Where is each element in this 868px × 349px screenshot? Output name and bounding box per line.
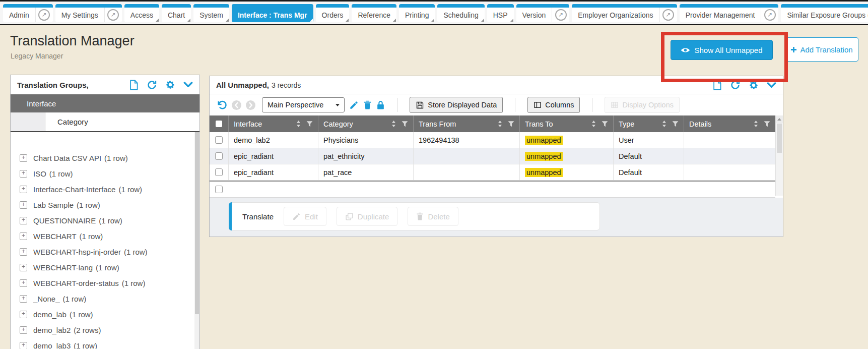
tab-scheduling[interactable]: Scheduling (437, 4, 484, 22)
prev-page-button[interactable] (232, 100, 241, 110)
column-header-type[interactable]: Type (613, 115, 684, 132)
table-scrollbar[interactable] (775, 115, 783, 196)
row-checkbox[interactable] (215, 186, 223, 193)
external-link-icon[interactable]: ↗ (104, 8, 122, 22)
refresh-icon[interactable] (730, 80, 741, 90)
group-item-iso[interactable]: ISO(1 row) (11, 166, 199, 182)
group-item-interface-chart-interface[interactable]: Interface-Chart-Interface(1 row) (11, 182, 199, 197)
tab-chart[interactable]: Chart (162, 4, 191, 22)
external-link-icon[interactable]: ↗ (552, 8, 569, 22)
group-item-webchart-hsp-inj-order[interactable]: WEBCHART-hsp-inj-order(1 row) (11, 244, 199, 260)
sort-icon[interactable] (661, 120, 667, 128)
expand-plus-icon[interactable] (20, 342, 27, 349)
translate-tab[interactable]: Translate (242, 212, 274, 221)
refresh-icon[interactable] (147, 80, 157, 90)
chevron-down-icon[interactable] (767, 82, 776, 89)
scrollbar-thumb[interactable] (195, 132, 199, 314)
interface-group-header[interactable]: Interface (11, 94, 199, 112)
tab-printing[interactable]: Printing (399, 4, 435, 22)
filter-funnel-icon[interactable] (401, 120, 409, 128)
filter-funnel-icon[interactable] (763, 120, 771, 128)
tab-version[interactable]: Version↗ (516, 4, 570, 22)
column-header-trans-from[interactable]: Trans From (413, 115, 519, 132)
expand-plus-icon[interactable] (20, 232, 27, 240)
scroll-up-button[interactable] (776, 115, 783, 123)
delete-trash-icon[interactable] (363, 100, 372, 110)
group-item-chart-data-csv-api[interactable]: Chart Data CSV API(1 row) (11, 150, 199, 166)
select-all-checkbox[interactable] (216, 121, 222, 127)
filter-funnel-icon[interactable] (306, 120, 313, 128)
tab-reference[interactable]: Reference (352, 4, 396, 22)
gear-icon[interactable] (165, 80, 175, 90)
table-row[interactable]: epic_radiantpat_ethnicityunmappedDefault (210, 148, 775, 164)
column-header-category[interactable]: Category (318, 115, 413, 132)
expand-plus-icon[interactable] (20, 201, 27, 209)
columns-button[interactable]: Columns (527, 97, 580, 113)
filter-funnel-icon[interactable] (507, 120, 515, 128)
left-panel-scrollbar[interactable] (194, 132, 199, 349)
expand-plus-icon[interactable] (20, 264, 27, 271)
table-row[interactable]: demo_lab2Physicians1962494138unmappedUse… (210, 132, 775, 148)
column-header-details[interactable]: Details (684, 115, 775, 132)
filter-funnel-icon[interactable] (672, 120, 679, 128)
undo-icon[interactable] (217, 100, 227, 110)
group-item-lab-sample[interactable]: Lab Sample(1 row) (11, 197, 199, 213)
expand-plus-icon[interactable] (20, 326, 27, 334)
scrollbar-thumb[interactable] (777, 124, 782, 153)
column-header-interface[interactable]: Interface (228, 115, 318, 132)
group-item-demo-lab[interactable]: demo_lab(1 row) (11, 307, 199, 322)
group-item-questionnaire[interactable]: QUESTIONNAIRE(1 row) (11, 213, 199, 228)
group-item-webchart-order-status[interactable]: WEBCHART-order-status(1 row) (11, 275, 199, 291)
external-link-icon[interactable]: ↗ (761, 8, 778, 22)
group-item-demo-lab2[interactable]: demo_lab2(2 rows) (11, 322, 199, 338)
external-link-icon[interactable]: ↗ (35, 8, 53, 22)
sort-icon[interactable] (295, 120, 302, 128)
lock-icon[interactable] (376, 100, 385, 110)
show-all-unmapped-button[interactable]: Show All Unmapped (671, 40, 773, 60)
expand-plus-icon[interactable] (20, 311, 27, 318)
store-displayed-data-button[interactable]: Store Displayed Data (410, 97, 503, 113)
group-item-webchart-lang[interactable]: WEBCHART-lang(1 row) (11, 260, 199, 275)
tab-hsp[interactable]: HSP (487, 4, 514, 22)
tab-my-settings[interactable]: My Settings↗ (55, 4, 122, 22)
new-document-icon[interactable] (712, 80, 722, 90)
tab-system[interactable]: System (193, 4, 229, 22)
next-page-button[interactable] (246, 100, 255, 110)
gear-icon[interactable] (749, 80, 759, 90)
edit-button[interactable]: Edit (284, 207, 326, 226)
tab-admin[interactable]: Admin↗ (3, 4, 53, 22)
expand-plus-icon[interactable] (20, 170, 27, 178)
duplicate-button[interactable]: Duplicate (337, 207, 398, 226)
expand-plus-icon[interactable] (20, 217, 27, 224)
expand-plus-icon[interactable] (20, 295, 27, 303)
perspective-select[interactable]: Main Perspective (262, 97, 345, 112)
chevron-down-icon[interactable] (183, 81, 193, 88)
expand-plus-icon[interactable] (20, 248, 27, 256)
expand-plus-icon[interactable] (20, 186, 27, 193)
external-link-icon[interactable]: ↗ (659, 8, 677, 22)
edit-pencil-icon[interactable] (349, 100, 359, 110)
sort-icon[interactable] (497, 120, 503, 128)
sort-icon[interactable] (390, 120, 397, 128)
display-options-button[interactable]: Display Options (605, 97, 680, 113)
filter-funnel-icon[interactable] (601, 120, 609, 128)
tab-interface-trans-mgr[interactable]: Interface : Trans Mgr (232, 4, 313, 22)
tab-access[interactable]: Access (124, 4, 159, 22)
category-group-header[interactable]: Category (11, 112, 199, 132)
expand-plus-icon[interactable] (20, 154, 27, 162)
column-header-trans-to[interactable]: Trans To (519, 115, 613, 132)
new-document-icon[interactable] (129, 80, 139, 90)
tab-similar-exposure-groups-segs[interactable]: Similar Exposure Groups (SEGs) (781, 4, 868, 22)
group-item-demo-lab3[interactable]: demo_lab3(1 row) (11, 338, 199, 349)
group-item-none[interactable]: _None_(1 row) (11, 291, 199, 307)
tab-employer-organizations[interactable]: Employer Organizations↗ (572, 4, 677, 22)
row-checkbox[interactable] (215, 136, 223, 144)
group-item-webchart[interactable]: WEBCHART(1 row) (11, 228, 199, 244)
tab-provider-management[interactable]: Provider Management↗ (680, 4, 779, 22)
row-checkbox[interactable] (215, 168, 223, 176)
sort-icon[interactable] (753, 120, 759, 128)
sort-icon[interactable] (590, 120, 597, 128)
expand-plus-icon[interactable] (20, 279, 27, 287)
add-translation-button[interactable]: Add Translation (785, 37, 858, 62)
table-row[interactable]: epic_radiantpat_raceunmappedDefault (210, 164, 775, 181)
